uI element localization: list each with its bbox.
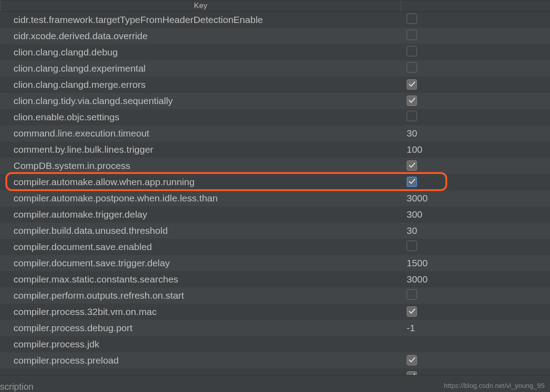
registry-key: compiler.perform.outputs.refresh.on.star…: [0, 290, 401, 301]
registry-key: compiler.process.preload: [0, 355, 401, 366]
registry-value-cell[interactable]: [401, 289, 550, 302]
registry-key: clion.clang.clangd.experimental: [0, 63, 401, 74]
table-row[interactable]: CompDB.system.in.process: [0, 158, 550, 174]
registry-value-cell[interactable]: 3000: [401, 274, 550, 285]
registry-value-cell[interactable]: [401, 96, 550, 107]
table-row[interactable]: clion.clang.tidy.via.clangd.sequentially: [0, 93, 550, 109]
watermark-text: https://blog.csdn.net/vi_young_95: [444, 382, 545, 389]
table-row[interactable]: comment.by.line.bulk.lines.trigger100: [0, 141, 550, 158]
checkbox[interactable]: [407, 30, 417, 40]
registry-key: compiler.max.static.constants.searches: [0, 274, 401, 285]
registry-value-text[interactable]: 3000: [407, 193, 428, 203]
checkbox[interactable]: [407, 96, 417, 106]
registry-value-cell[interactable]: 300: [401, 209, 550, 220]
registry-key: clion.enable.objc.settings: [0, 112, 401, 123]
table-row[interactable]: clion.enable.objc.settings: [0, 109, 550, 125]
registry-key: compiler.build.data.unused.threshold: [0, 225, 401, 236]
registry-value-cell[interactable]: [401, 30, 550, 42]
table-row[interactable]: compiler.automake.allow.when.app.running: [0, 174, 550, 190]
table-row[interactable]: cidr.test.framework.targetTypeFromHeader…: [0, 12, 550, 28]
registry-value-text[interactable]: 1500: [407, 258, 428, 268]
table-row[interactable]: compiler.process.debug.port-1: [0, 320, 550, 336]
checkbox[interactable]: [407, 79, 417, 90]
registry-key: cidr.xcode.derived.data.override: [0, 31, 401, 41]
checkbox[interactable]: [407, 355, 417, 365]
checkbox[interactable]: [407, 241, 417, 251]
table-row[interactable]: clion.clang.clangd.merge.errors: [0, 77, 550, 93]
registry-value-cell[interactable]: -1: [401, 323, 550, 333]
checkbox[interactable]: [407, 289, 417, 300]
table-row[interactable]: clion.clang.clangd.debug: [0, 44, 550, 60]
registry-key: compiler.automake.allow.when.app.running: [0, 177, 401, 187]
checkbox[interactable]: [407, 14, 417, 24]
registry-value-text[interactable]: 30: [407, 225, 417, 236]
table-row[interactable]: compiler.perform.outputs.refresh.on.star…: [0, 287, 550, 304]
table-row[interactable]: compiler.automake.postpone.when.idle.les…: [0, 190, 550, 206]
registry-key: compiler.process.32bit.vm.on.mac: [0, 306, 401, 317]
table-row[interactable]: clion.clang.clangd.experimental: [0, 60, 550, 77]
registry-value-text[interactable]: 30: [407, 128, 417, 138]
registry-key: command.line.execution.timeout: [0, 128, 401, 139]
registry-table: Key cidr.test.framework.targetTypeFromHe…: [0, 0, 550, 392]
registry-value-cell[interactable]: [401, 62, 550, 75]
table-header: Key: [0, 0, 550, 12]
checkbox[interactable]: [407, 46, 417, 56]
column-header-key[interactable]: Key: [0, 0, 401, 11]
registry-value-cell[interactable]: [401, 46, 550, 59]
table-row[interactable]: compiler.document.save.enabled: [0, 239, 550, 255]
registry-value-cell[interactable]: [401, 241, 550, 253]
registry-key: clion.clang.clangd.debug: [0, 47, 401, 58]
registry-value-cell[interactable]: 30: [401, 225, 550, 236]
description-label-fragment: scription: [0, 382, 33, 392]
registry-value-cell[interactable]: [401, 355, 550, 366]
registry-value-cell[interactable]: [401, 79, 550, 91]
registry-value-text[interactable]: 100: [407, 144, 422, 155]
checkbox[interactable]: [407, 160, 417, 171]
registry-value-text[interactable]: 3000: [407, 274, 428, 284]
registry-key: compiler.process.jdk: [0, 339, 401, 350]
registry-key: cidr.test.framework.targetTypeFromHeader…: [0, 14, 401, 25]
registry-key: compiler.automake.postpone.when.idle.les…: [0, 193, 401, 204]
registry-value-cell[interactable]: [401, 111, 550, 123]
registry-key: clion.clang.tidy.via.clangd.sequentially: [0, 96, 401, 106]
registry-key: CompDB.system.in.process: [0, 160, 401, 171]
table-row[interactable]: compiler.max.static.constants.searches30…: [0, 271, 550, 287]
table-body: cidr.test.framework.targetTypeFromHeader…: [0, 12, 550, 385]
table-row[interactable]: compiler.document.save.trigger.delay1500: [0, 255, 550, 271]
checkbox[interactable]: [407, 177, 417, 187]
registry-value-cell[interactable]: [401, 306, 550, 318]
checkbox[interactable]: [407, 111, 417, 121]
registry-value-cell[interactable]: 1500: [401, 258, 550, 269]
table-row[interactable]: command.line.execution.timeout30: [0, 125, 550, 141]
registry-value-cell[interactable]: 100: [401, 144, 550, 155]
registry-value-cell[interactable]: 3000: [401, 193, 550, 204]
registry-key: compiler.document.save.trigger.delay: [0, 258, 401, 269]
table-row[interactable]: compiler.process.preload: [0, 352, 550, 369]
table-row[interactable]: compiler.process.jdk: [0, 336, 550, 352]
registry-key: comment.by.line.bulk.lines.trigger: [0, 144, 401, 155]
registry-key: clion.clang.clangd.merge.errors: [0, 79, 401, 90]
registry-value-cell[interactable]: [401, 177, 550, 188]
table-row[interactable]: cidr.xcode.derived.data.override: [0, 28, 550, 44]
registry-value-text[interactable]: 300: [407, 209, 422, 219]
checkbox[interactable]: [407, 306, 417, 317]
registry-value-cell[interactable]: 30: [401, 128, 550, 139]
table-row[interactable]: compiler.process.32bit.vm.on.mac: [0, 304, 550, 320]
registry-key: compiler.document.save.enabled: [0, 242, 401, 252]
registry-value-text[interactable]: -1: [407, 323, 415, 333]
registry-value-cell[interactable]: [401, 160, 550, 172]
description-panel: scription https://blog.csdn.net/vi_young…: [0, 375, 550, 392]
registry-value-cell[interactable]: [401, 14, 550, 26]
table-row[interactable]: compiler.build.data.unused.threshold30: [0, 223, 550, 239]
registry-key: compiler.automake.trigger.delay: [0, 209, 401, 220]
registry-key: compiler.process.debug.port: [0, 323, 401, 333]
table-row[interactable]: compiler.automake.trigger.delay300: [0, 206, 550, 223]
checkbox[interactable]: [407, 62, 417, 73]
